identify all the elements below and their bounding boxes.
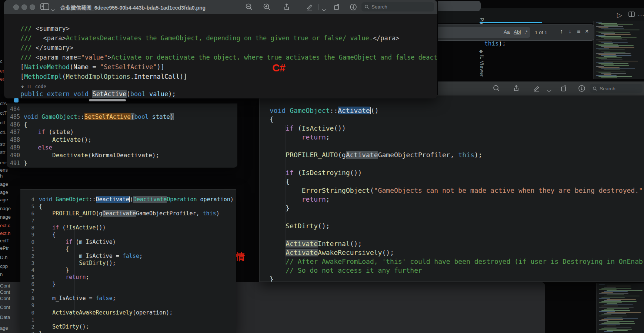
minimap-line [599,293,628,294]
line-number: 8 [20,295,39,302]
find-close-icon[interactable]: × [585,28,588,35]
code-panel-setselfactive: 484 485void GameObject::SetSelfActive(bo… [7,105,174,167]
minimap-line [604,309,614,310]
il-viewer-icon: ❖ [479,49,483,54]
clipped-text-fragment: Cont [0,289,10,295]
background-window-search-stub[interactable] [438,1,481,11]
code-line: if (IsDestroying()) [270,168,643,177]
clipped-text-fragment: ctA [0,101,7,106]
code-panel-csharp-signature: public extern void SetActive(bool value)… [20,89,176,98]
minimap-line [598,67,620,68]
minimap-line [596,57,622,58]
sidebar-toggle-icon[interactable] [40,3,49,10]
line-number: 9 [20,231,39,238]
preview-title-bar: 企业微信截图_6deee955-00b4-443b-bda5-1ad1ccd3f… [4,0,437,14]
dock-tab-il-viewer[interactable]: IL Viewer [479,55,484,77]
markup-pencil-icon[interactable] [533,84,541,92]
sidebar-chevron-icon[interactable] [51,6,60,14]
line-number: 6 [20,210,39,217]
minimap-line [604,56,617,57]
zoom-in-icon[interactable] [263,3,271,11]
minimap-line [601,64,614,65]
code-panel-activate: void GameObject::Activate(){ if (IsActiv… [270,106,643,282]
search-field[interactable]: Search [361,2,434,11]
background-preview-toolbar: Search [438,81,644,95]
clipped-text-fragment: Cont [0,296,10,301]
minimap-line [601,319,623,320]
minimap-line [601,46,619,47]
line-number: 3 [20,330,39,333]
code-line: 0 if (m_IsActive) [20,239,234,246]
code-line: 489 else [7,144,174,152]
line-number: 4 [20,196,39,203]
minimap-line [607,290,643,291]
line-number: 2 [20,323,39,330]
zoom-icon[interactable] [493,84,501,92]
annotate-icon[interactable] [578,84,586,92]
minimap-line [598,45,634,46]
rotate-icon[interactable] [560,84,568,92]
code-line: { [270,115,643,124]
match-case-toggle[interactable]: Aa [504,29,510,35]
minimap-line [604,70,620,70]
more-options-icon[interactable]: ⋯ [638,11,644,19]
minimap-line [596,53,631,54]
minimap-bottom[interactable] [596,283,644,333]
code-line: 491} [7,159,174,167]
zoom-out-icon[interactable] [245,3,253,11]
code-line: 8 m_IsActive = false; [20,295,234,302]
minimize-traffic-light[interactable] [21,4,27,10]
minimap[interactable] [593,21,644,79]
previous-match-icon[interactable]: ↑ [560,28,563,35]
minimap-line [596,31,614,31]
next-match-icon[interactable]: ↓ [568,28,571,35]
minimap-line [598,76,632,77]
regex-toggle[interactable]: .* [524,29,528,35]
close-traffic-light[interactable] [13,4,19,10]
minimap-line [601,310,630,311]
line-number: 3 [20,260,39,267]
tab-gameobject-cpp[interactable] [480,10,542,22]
annotate-icon[interactable] [349,3,357,11]
minimap-line [601,68,635,69]
minimap-line [599,298,610,299]
chevron-down-icon[interactable] [547,87,555,95]
background-search-field[interactable]: Search [590,84,643,93]
markup-pencil-icon[interactable] [306,3,314,11]
code-line: 1 { [20,246,234,253]
rotate-icon[interactable] [333,3,341,11]
horizontal-scrollbar[interactable] [89,99,126,101]
minimap-line [596,71,625,71]
markup-chevron-icon[interactable] [323,6,331,14]
split-editor-icon[interactable] [628,11,635,19]
line-number: 485 [7,114,24,121]
minimap-line [601,51,610,51]
minimap-line [607,326,616,326]
minimap-line [604,296,640,296]
minimap-line [601,55,631,56]
minimap-line [604,305,633,305]
minimap-line [607,330,628,331]
minimap-line [598,72,611,73]
share-icon[interactable] [512,84,520,92]
whole-words-toggle[interactable]: Abl [514,29,521,35]
il-code-link[interactable]: ❖ IL code [21,84,46,89]
run-icon[interactable]: ▷ [617,11,622,19]
setselfactive-code-window: 484 485void GameObject::SetSelfActive(bo… [7,104,237,168]
zoom-traffic-light[interactable] [30,4,35,10]
code-line: PROFILER_AUTO(gActivateGameObjectProfile… [270,151,643,159]
find-filter-icon[interactable]: ≡ [577,28,580,35]
minimap-line [598,58,607,59]
minimap-line [598,36,621,37]
code-line: 7 [20,288,234,295]
code-line: } [270,204,643,213]
line-number: 489 [7,144,24,152]
minimap-line [598,50,625,50]
code-line: 6 } [20,281,234,288]
clipped-text-fragment: age [0,181,8,187]
find-bar: Aa Abl .* 1 of 1 ↑ ↓ ≡ × [438,24,594,41]
clipped-text-fragment: h [0,272,3,277]
clipped-text-fragment: ect.h [0,231,10,236]
share-icon[interactable] [283,3,291,11]
line-number: 1 [20,316,39,323]
